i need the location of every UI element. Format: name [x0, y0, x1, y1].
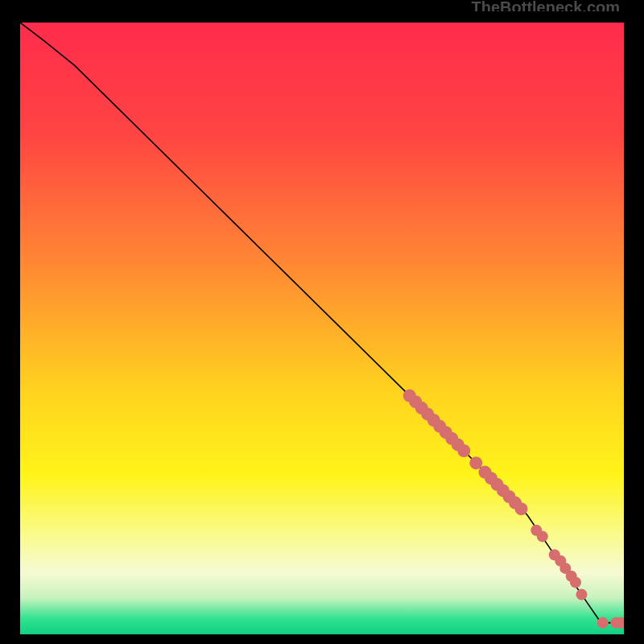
- data-marker: [469, 456, 482, 469]
- data-marker: [537, 530, 548, 542]
- gradient-background: [20, 23, 624, 634]
- chart-frame: [0, 11, 644, 644]
- data-marker: [570, 576, 581, 588]
- data-marker: [515, 502, 528, 515]
- data-marker: [457, 444, 470, 457]
- data-marker: [597, 617, 609, 629]
- plot-area: [20, 23, 624, 634]
- chart-svg: [20, 23, 624, 634]
- data-marker: [576, 589, 588, 601]
